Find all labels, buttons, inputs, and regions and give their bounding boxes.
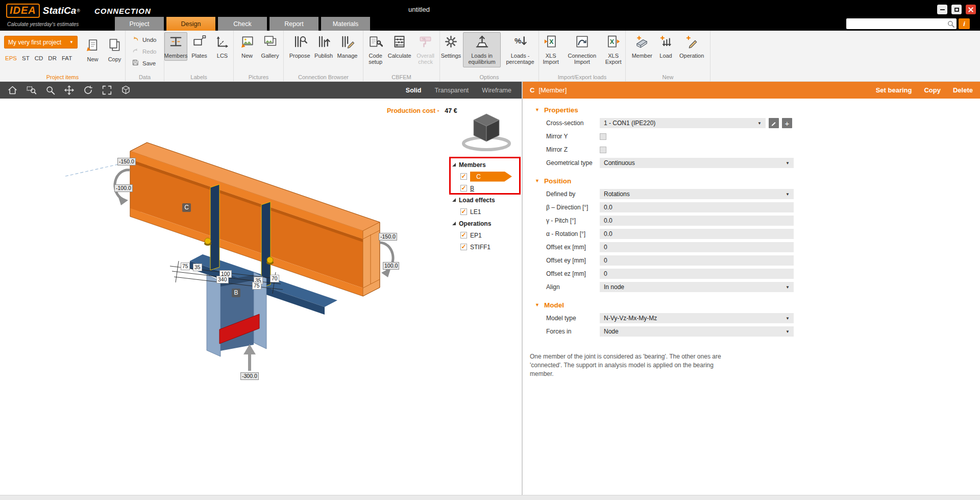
tab-materials[interactable]: Materials [321, 17, 370, 31]
model-3d[interactable] [0, 99, 522, 495]
copy-button[interactable]: Copy [104, 36, 126, 64]
operation-button[interactable]: Operation [678, 32, 705, 61]
code-eps[interactable]: EPS [5, 55, 17, 61]
display-mode-wireframe[interactable]: Wireframe [482, 87, 511, 94]
tab-project[interactable]: Project [115, 17, 164, 31]
close-button[interactable] [966, 5, 976, 14]
project-select[interactable]: My very first project▼ [4, 36, 78, 49]
viewport-3d[interactable]: -150.0-100.0C7535100340357570B-150.0100.… [0, 99, 522, 495]
tab-report[interactable]: Report [270, 17, 318, 31]
section-title: Position [544, 177, 571, 185]
add-cross-section-button[interactable]: + [782, 118, 792, 128]
redo-button[interactable]: Redo [132, 47, 157, 56]
tree-group-operations[interactable]: Operations [451, 218, 521, 229]
chevron-down-icon: ▼ [757, 121, 762, 126]
new-button[interactable]: New [236, 32, 258, 61]
plates-button[interactable]: Plates [188, 32, 210, 61]
set-bearing-button[interactable]: Set bearing [876, 86, 912, 94]
delete-button[interactable]: Delete [953, 86, 973, 94]
pan-icon[interactable] [63, 84, 75, 97]
minimize-button[interactable] [937, 5, 947, 14]
new-button[interactable]: New [82, 36, 104, 64]
fit-icon[interactable] [101, 84, 113, 97]
zoom-window-icon[interactable] [25, 84, 37, 97]
registered-mark: ® [77, 8, 80, 13]
checkbox-checked-icon[interactable]: ✓ [460, 185, 467, 192]
undo-button[interactable]: Undo [132, 35, 157, 44]
settings-button[interactable]: Settings [440, 32, 462, 61]
code-setup-button[interactable]: Code setup [363, 32, 387, 67]
members-icon [168, 34, 183, 51]
display-mode-transparent[interactable]: Transparent [434, 87, 469, 94]
zoom-icon[interactable] [44, 84, 56, 97]
xls-import-button[interactable]: XXLS Import [539, 32, 562, 67]
checkbox-checked-icon[interactable]: ✓ [460, 173, 467, 180]
code-fat[interactable]: FAT [62, 55, 72, 61]
offset-ex-mm-input[interactable]: 0 [600, 242, 794, 252]
copy-button[interactable]: Copy [924, 86, 941, 94]
info-button[interactable]: i [959, 18, 970, 29]
svg-text:X: X [610, 38, 615, 45]
tree-item-ep1[interactable]: ✓EP1 [451, 229, 521, 241]
search-icon[interactable] [946, 19, 955, 29]
xls-export-button[interactable]: XXLS Export [601, 32, 625, 67]
connection-import-button[interactable]: Connection Import [564, 32, 600, 67]
tree-item-c[interactable]: ✓C [451, 171, 521, 182]
align-select[interactable]: In node▼ [600, 282, 794, 292]
checkbox-checked-icon[interactable]: ✓ [460, 208, 467, 215]
display-mode-solid[interactable]: Solid [406, 87, 422, 94]
propose-button[interactable]: Propose [288, 32, 312, 61]
gallery-button[interactable]: Gallery [259, 32, 281, 61]
perspective-icon[interactable] [119, 84, 132, 97]
member-button[interactable]: Member [630, 32, 654, 61]
defined-by-select[interactable]: Rotations▼ [600, 189, 794, 199]
tab-design[interactable]: Design [166, 17, 215, 31]
collapse-triangle-icon[interactable]: ▼ [535, 178, 540, 183]
property-row: β – Direction [°]0.0 [523, 201, 980, 214]
rotation-input[interactable]: 0.0 [600, 229, 794, 239]
home-icon[interactable] [6, 84, 18, 97]
property-label: Offset ez [mm] [546, 270, 600, 277]
tree-item-stiff1[interactable]: ✓STIFF1 [451, 241, 521, 253]
lcs-button[interactable]: LCS [211, 32, 233, 61]
collapse-triangle-icon[interactable]: ▼ [535, 107, 540, 112]
loads-percentage-button[interactable]: %Loads - percentage [502, 32, 538, 67]
manage-button[interactable]: Manage [336, 32, 359, 61]
tab-check[interactable]: Check [218, 17, 267, 31]
rotate-icon[interactable] [82, 84, 94, 97]
code-dr[interactable]: DR [48, 55, 57, 61]
mirror-y-checkbox[interactable] [600, 133, 606, 140]
load-button[interactable]: Load [655, 32, 677, 61]
forces-in-select[interactable]: Node▼ [600, 326, 794, 337]
geometrical-type-select[interactable]: Continuous▼ [600, 158, 794, 168]
checkbox-checked-icon[interactable]: ✓ [460, 232, 467, 239]
overall-check-button[interactable]: %Overall check [411, 32, 439, 67]
collapse-triangle-icon[interactable]: ▼ [535, 302, 540, 307]
tree-group-load-effects[interactable]: Load effects [451, 194, 521, 206]
dimension-label: 35 [193, 264, 202, 271]
calculate-button[interactable]: Calculate [388, 32, 410, 61]
code-st[interactable]: ST [22, 55, 30, 61]
members-button[interactable]: Members [164, 32, 187, 61]
tree-group-members[interactable]: Members [451, 159, 521, 171]
cross-section-select[interactable]: 1 - CON1 (IPE220)▼ [600, 118, 766, 128]
code-cd[interactable]: CD [35, 55, 43, 61]
publish-button[interactable]: Publish [313, 32, 335, 61]
pitch-input[interactable]: 0.0 [600, 216, 794, 226]
mirror-z-checkbox[interactable] [600, 147, 606, 153]
maximize-button[interactable] [951, 5, 962, 14]
checkbox-checked-icon[interactable]: ✓ [460, 244, 467, 250]
search-input[interactable] [846, 20, 946, 28]
offset-ez-mm-input[interactable]: 0 [600, 269, 794, 279]
navigation-cube[interactable] [463, 114, 509, 150]
offset-ey-mm-input[interactable]: 0 [600, 255, 794, 266]
save-button[interactable]: Save [132, 59, 156, 67]
app-name: CONNECTION [94, 7, 151, 15]
model-type-select[interactable]: N-Vy-Vz-Mx-My-Mz▼ [600, 313, 794, 323]
property-row: γ - Pitch [°]0.0 [523, 214, 980, 227]
edit-cross-section-button[interactable] [769, 118, 779, 128]
loads-in-equilibrium-button[interactable]: Loads in equilibrium [463, 32, 501, 67]
tree-item-b[interactable]: ✓B [451, 182, 521, 194]
tree-item-le1[interactable]: ✓LE1 [451, 206, 521, 218]
direction-input[interactable]: 0.0 [600, 202, 794, 212]
